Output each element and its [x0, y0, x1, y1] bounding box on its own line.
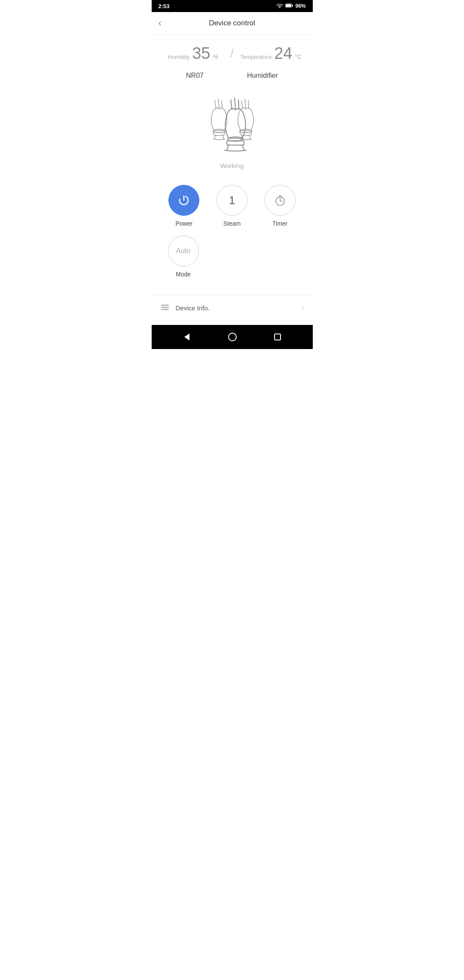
page-title: Device control [209, 19, 255, 28]
nav-back-button[interactable] [183, 333, 191, 341]
env-divider: / [230, 46, 234, 60]
temperature-display: Temperature 24 °C [238, 45, 304, 61]
device-model: NR07 [186, 72, 204, 80]
steam-label: Steam [223, 220, 241, 227]
timer-label: Timer [272, 220, 287, 227]
status-icons: 96% [276, 3, 305, 9]
controls-row2: Auto Mode [152, 231, 313, 286]
steam-button[interactable]: 1 [217, 185, 247, 216]
device-info-row[interactable]: Device Info. › [152, 295, 313, 321]
svg-line-15 [227, 145, 229, 150]
svg-line-12 [231, 100, 232, 110]
svg-line-13 [235, 98, 235, 109]
battery-percent: 96% [295, 3, 305, 9]
svg-point-0 [279, 7, 280, 8]
status-bar: 2:53 96% [152, 0, 313, 12]
device-names: NR07 Humidifier [152, 68, 313, 86]
mode-control[interactable]: Auto Mode [168, 236, 199, 278]
mode-value: Auto [176, 247, 190, 255]
environment-row: Humidity 35 % / Temperature 24 °C [152, 35, 313, 68]
device-info-list-icon [160, 303, 170, 312]
mode-button[interactable]: Auto [168, 236, 199, 266]
power-label: Power [175, 220, 192, 227]
humidity-value: 35 [192, 45, 210, 61]
svg-rect-32 [161, 309, 169, 310]
power-control[interactable]: Power [168, 185, 199, 227]
temperature-unit: °C [295, 53, 302, 60]
humidifier-svg [189, 91, 275, 159]
humidity-display: Humidity 35 % [160, 45, 226, 61]
device-status: Working [220, 162, 244, 169]
timer-button[interactable] [265, 185, 296, 216]
steam-value: 1 [229, 194, 235, 207]
timer-control[interactable]: Timer [265, 185, 296, 227]
temperature-value: 24 [274, 45, 292, 61]
svg-line-18 [241, 101, 243, 109]
back-button[interactable]: ‹ [159, 18, 162, 28]
chevron-right-icon: › [302, 303, 304, 312]
nav-recent-button[interactable] [274, 333, 281, 341]
svg-rect-3 [292, 5, 293, 6]
svg-line-19 [245, 99, 246, 108]
device-type: Humidifier [247, 72, 278, 80]
humidity-label: Humidity [168, 54, 190, 60]
power-icon [177, 193, 191, 207]
humidifier-illustration: Working [152, 86, 313, 173]
svg-rect-31 [161, 307, 169, 308]
svg-line-6 [218, 99, 219, 108]
temperature-label: Temperature [240, 54, 272, 60]
humidity-unit: % [213, 53, 218, 60]
svg-rect-35 [275, 334, 281, 340]
svg-line-5 [215, 101, 216, 109]
svg-marker-33 [184, 334, 189, 340]
wifi-icon [276, 3, 283, 9]
mode-label: Mode [176, 271, 191, 278]
page-header: ‹ Device control [152, 12, 313, 35]
steam-control[interactable]: 1 Steam [217, 185, 247, 227]
svg-line-14 [238, 100, 239, 110]
svg-line-16 [242, 145, 244, 150]
nav-home-button[interactable] [228, 332, 237, 342]
svg-rect-30 [161, 305, 169, 306]
device-info-label: Device Info. [176, 304, 302, 312]
timer-icon [274, 194, 287, 207]
status-time: 2:53 [159, 3, 170, 9]
controls-grid: Power 1 Steam Timer [152, 173, 313, 231]
svg-line-7 [222, 101, 222, 109]
svg-line-20 [248, 101, 249, 109]
battery-icon [285, 3, 293, 9]
svg-point-34 [229, 333, 236, 341]
bottom-nav [152, 325, 313, 349]
power-button[interactable] [168, 185, 199, 216]
svg-rect-2 [286, 4, 291, 7]
